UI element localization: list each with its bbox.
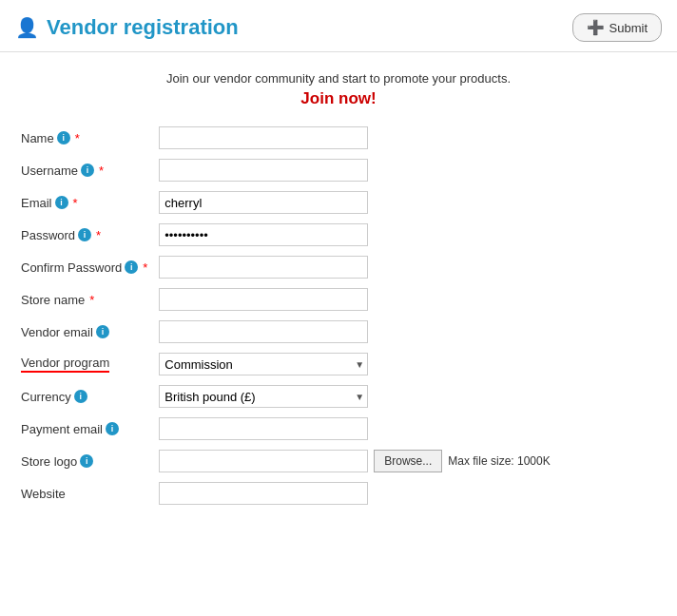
payment-email-label: Payment email [21, 422, 103, 436]
store-name-required: * [89, 293, 94, 307]
submit-button[interactable]: ➕ Submit [572, 13, 662, 42]
name-info-icon[interactable]: i [57, 131, 70, 144]
email-row: Email i * [15, 186, 662, 219]
username-label: Username [21, 164, 78, 178]
currency-select[interactable]: British pound (£) US dollar ($) Euro (€) [159, 385, 368, 408]
store-logo-label-container: Store logo i [21, 454, 147, 469]
website-row: Website [15, 477, 662, 510]
name-row: Name i * [15, 122, 662, 154]
name-input[interactable] [159, 126, 368, 149]
password-label: Password [21, 228, 75, 242]
name-label-container: Name i * [21, 131, 147, 145]
currency-select-wrapper: British pound (£) US dollar ($) Euro (€)… [159, 385, 368, 408]
vendor-program-row: Vendor program Commission Revenue share … [15, 348, 662, 380]
user-icon: 👤 [15, 16, 39, 39]
username-input[interactable] [159, 159, 368, 182]
password-row: Password i * [15, 219, 662, 251]
website-input[interactable] [159, 482, 368, 505]
join-now-text: Join now! [15, 89, 662, 108]
email-input[interactable] [159, 191, 368, 214]
form-table: Name i * Username i * [15, 122, 662, 510]
payment-email-row: Payment email i [15, 413, 662, 445]
vendor-program-select[interactable]: Commission Revenue share Fixed price [159, 353, 368, 375]
store-name-row: Store name * [15, 283, 662, 316]
username-row: Username i * [15, 154, 662, 186]
currency-info-icon[interactable]: i [74, 390, 87, 403]
name-label: Name [21, 131, 54, 145]
username-label-container: Username i * [21, 164, 147, 178]
form-subtitle: Join our vendor community and start to p… [15, 71, 662, 86]
confirm-password-label: Confirm Password [21, 260, 122, 275]
confirm-password-label-container: Confirm Password i * [21, 260, 147, 275]
email-label-container: Email i * [21, 196, 147, 210]
store-logo-input[interactable] [159, 450, 368, 472]
confirm-password-info-icon[interactable]: i [125, 260, 138, 274]
vendor-email-info-icon[interactable]: i [96, 325, 109, 338]
vendor-email-label-container: Vendor email i [21, 325, 147, 339]
username-info-icon[interactable]: i [81, 164, 94, 177]
vendor-program-select-wrapper: Commission Revenue share Fixed price ▼ [159, 353, 368, 375]
payment-email-info-icon[interactable]: i [106, 422, 119, 435]
password-required: * [96, 228, 101, 242]
name-required: * [75, 131, 80, 145]
vendor-email-row: Vendor email i [15, 316, 662, 348]
form-container: Join our vendor community and start to p… [0, 52, 677, 529]
vendor-email-label: Vendor email [21, 325, 93, 339]
title-container: 👤 Vendor registration [15, 15, 239, 40]
store-logo-row: Store logo i Browse... Max file size: 10… [15, 445, 662, 477]
password-input[interactable] [159, 223, 368, 246]
browse-button[interactable]: Browse... [374, 450, 442, 472]
store-name-input[interactable] [159, 288, 368, 311]
currency-label-container: Currency i [21, 390, 147, 404]
store-name-label-container: Store name * [21, 293, 147, 307]
username-required: * [99, 164, 104, 178]
store-name-label: Store name [21, 293, 85, 307]
page-header: 👤 Vendor registration ➕ Submit [0, 0, 677, 52]
store-logo-label: Store logo [21, 454, 77, 469]
email-label: Email [21, 196, 52, 210]
vendor-program-label: Vendor program [21, 356, 109, 373]
confirm-password-required: * [143, 260, 147, 275]
submit-label: Submit [609, 21, 648, 35]
page-title: Vendor registration [47, 15, 239, 40]
website-label-container: Website [21, 487, 147, 501]
vendor-program-label-container: Vendor program [21, 356, 147, 373]
submit-icon: ➕ [587, 19, 605, 36]
max-file-size-label: Max file size: 1000K [448, 454, 550, 468]
vendor-email-input[interactable] [159, 320, 368, 343]
email-info-icon[interactable]: i [55, 196, 68, 209]
currency-row: Currency i British pound (£) US dollar (… [15, 380, 662, 413]
confirm-password-input[interactable] [159, 256, 368, 279]
payment-email-input[interactable] [159, 417, 368, 440]
email-required: * [73, 196, 78, 210]
file-input-row: Browse... Max file size: 1000K [159, 450, 656, 472]
password-info-icon[interactable]: i [78, 228, 91, 241]
password-label-container: Password i * [21, 228, 147, 242]
payment-email-label-container: Payment email i [21, 422, 147, 436]
confirm-password-row: Confirm Password i * [15, 251, 662, 283]
store-logo-info-icon[interactable]: i [80, 454, 93, 468]
website-label: Website [21, 487, 66, 501]
currency-label: Currency [21, 390, 71, 404]
